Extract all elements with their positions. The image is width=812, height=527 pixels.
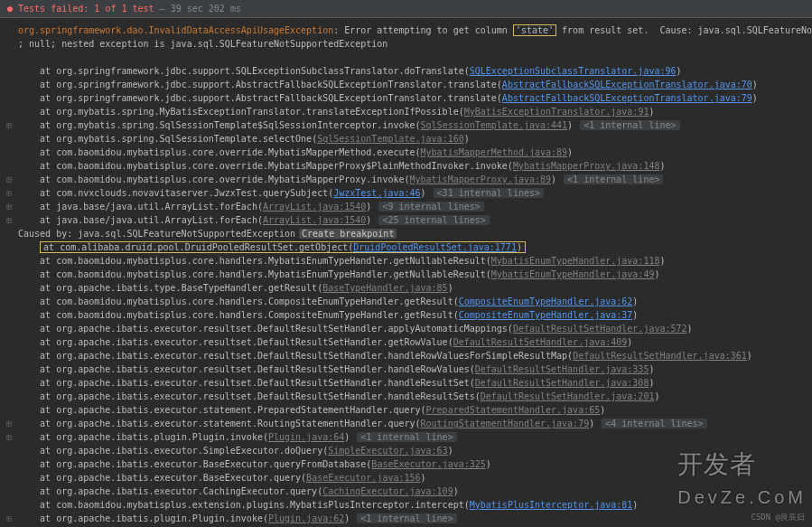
gutter-icon[interactable] <box>4 362 14 376</box>
gutter-icon[interactable] <box>4 295 14 308</box>
stack-frame: ⊞ at org.apache.ibatis.plugin.Plugin.inv… <box>4 430 808 444</box>
gutter-icon[interactable] <box>4 322 14 335</box>
internal-lines[interactable]: <1 internal line> <box>580 120 679 130</box>
source-link[interactable]: AbstractFallbackSQLExceptionTranslator.j… <box>502 93 752 103</box>
exception-line2: ; null; nested exception is java.sql.SQL… <box>4 37 808 51</box>
gutter-icon[interactable] <box>4 240 14 254</box>
source-link[interactable]: DefaultResultSetHandler.java:409 <box>453 337 628 347</box>
gutter-icon[interactable] <box>4 132 14 146</box>
source-link[interactable]: Plugin.java:62 <box>268 513 344 523</box>
source-link[interactable]: BaseTypeHandler.java:85 <box>322 283 447 293</box>
gutter-icon[interactable]: ⊞ <box>4 417 14 430</box>
internal-lines[interactable]: <25 internal lines> <box>378 215 489 225</box>
stack-frame: at com.baomidou.mybatisplus.core.handler… <box>4 254 808 268</box>
source-link[interactable]: DefaultResultSetHandler.java:335 <box>475 364 649 374</box>
gutter-icon[interactable] <box>4 471 14 485</box>
gutter-icon[interactable] <box>4 403 14 417</box>
gutter-icon[interactable] <box>4 24 14 37</box>
gutter-icon[interactable] <box>4 105 14 118</box>
source-link[interactable]: BaseExecutor.java:156 <box>306 473 420 483</box>
stack-frame: ⊞ at org.apache.ibatis.plugin.Plugin.inv… <box>4 512 808 525</box>
stack-frame: at org.apache.ibatis.executor.resultset.… <box>4 349 808 362</box>
gutter-icon[interactable] <box>4 254 14 268</box>
source-link[interactable]: MybatisEnumTypeHandler.java:49 <box>491 269 655 279</box>
stack-frame: ⊞ at org.mybatis.spring.SqlSessionTempla… <box>4 118 808 132</box>
stack-frame: at org.apache.ibatis.executor.resultset.… <box>4 322 808 335</box>
gutter-icon[interactable] <box>4 146 14 159</box>
source-link[interactable]: RoutingStatementHandler.java:79 <box>421 419 590 428</box>
test-fail-summary: Tests failed: 1 of 1 test – 39 sec 202 m… <box>18 2 241 15</box>
source-link[interactable]: Plugin.java:64 <box>268 432 344 442</box>
gutter-icon[interactable]: ⊞ <box>4 186 14 200</box>
stack-frame: at com.baomidou.mybatisplus.core.handler… <box>4 268 808 281</box>
stack-frame: ⊞ at com.baomidou.mybatisplus.core.overr… <box>4 173 808 186</box>
source-link[interactable]: MybatisEnumTypeHandler.java:118 <box>491 256 660 266</box>
source-link[interactable]: MybatisPlusInterceptor.java:81 <box>470 500 633 510</box>
source-link[interactable]: JwzxTest.java:46 <box>333 188 420 198</box>
source-link[interactable]: DefaultResultSetHandler.java:361 <box>573 351 747 361</box>
gutter-icon[interactable] <box>4 268 14 281</box>
watermark: 开发者 DevZe.CoM <box>677 446 807 511</box>
stack-frame: at org.mybatis.spring.SqlSessionTemplate… <box>4 132 808 146</box>
source-link[interactable]: CompositeEnumTypeHandler.java:62 <box>459 296 633 306</box>
source-link[interactable]: SqlSessionTemplate.java:160 <box>317 134 464 144</box>
source-link[interactable]: MybatisMapperProxy.java:148 <box>513 161 660 171</box>
source-link[interactable]: DefaultResultSetHandler.java:308 <box>475 378 649 388</box>
gutter-icon[interactable] <box>4 444 14 457</box>
source-link[interactable]: AbstractFallbackSQLExceptionTranslator.j… <box>502 80 752 89</box>
exception-line: org.springframework.dao.InvalidDataAcces… <box>4 24 808 37</box>
stack-frame: at com.baomidou.mybatisplus.core.overrid… <box>4 159 808 173</box>
stack-frame: at com.baomidou.mybatisplus.core.overrid… <box>4 146 808 159</box>
gutter-icon[interactable] <box>4 64 14 78</box>
source-link[interactable]: ArrayList.java:1540 <box>263 202 366 212</box>
internal-lines[interactable]: <1 internal line> <box>357 432 456 442</box>
stack-frame: at org.mybatis.spring.MyBatisExceptionTr… <box>4 105 808 118</box>
source-link[interactable]: SQLExceptionSubclassTranslator.java:96 <box>470 66 677 76</box>
source-link[interactable]: CompositeEnumTypeHandler.java:37 <box>459 310 633 320</box>
gutter-icon[interactable] <box>4 498 14 512</box>
gutter-icon[interactable] <box>4 227 14 240</box>
source-link[interactable]: CachingExecutor.java:109 <box>322 486 453 496</box>
source-link[interactable]: SqlSessionTemplate.java:441 <box>421 120 568 130</box>
gutter-icon[interactable] <box>4 37 14 51</box>
gutter-icon[interactable]: ⊞ <box>4 430 14 444</box>
gutter-icon[interactable] <box>4 281 14 295</box>
source-link[interactable]: PreparedStatementHandler.java:65 <box>426 405 601 415</box>
gutter-icon[interactable] <box>4 159 14 173</box>
gutter-icon[interactable]: ⊞ <box>4 200 14 213</box>
source-link[interactable]: MyBatisExceptionTranslator.java:91 <box>464 107 649 117</box>
gutter-icon[interactable] <box>4 457 14 471</box>
gutter-icon[interactable] <box>4 349 14 362</box>
source-link[interactable]: DefaultResultSetHandler.java:572 <box>513 324 687 334</box>
internal-lines[interactable]: <4 internal lines> <box>602 419 706 428</box>
source-link[interactable]: MybatisMapperMethod.java:89 <box>421 147 568 157</box>
test-status-header: ● Tests failed: 1 of 1 test – 39 sec 202… <box>0 0 812 18</box>
gutter-icon[interactable]: ⊞ <box>4 173 14 186</box>
internal-lines[interactable]: <31 internal lines> <box>434 188 544 198</box>
gutter-icon[interactable] <box>4 376 14 390</box>
source-link[interactable]: MybatisMapperProxy.java:89 <box>410 174 552 184</box>
source-link[interactable]: DefaultResultSetHandler.java:201 <box>481 391 655 401</box>
stack-frame: at org.apache.ibatis.executor.resultset.… <box>4 376 808 390</box>
internal-lines[interactable]: <9 internal lines> <box>378 202 483 212</box>
gutter-icon[interactable]: ⊞ <box>4 512 14 525</box>
gutter-icon[interactable] <box>4 91 14 105</box>
gutter-icon[interactable] <box>4 390 14 403</box>
gutter-icon[interactable] <box>4 51 14 64</box>
gutter-icon[interactable] <box>4 485 14 498</box>
gutter-icon[interactable] <box>4 335 14 349</box>
stack-frame: ⊞ at java.base/java.util.ArrayList.forEa… <box>4 200 808 213</box>
source-link[interactable]: DruidPooledResultSet.java:1771 <box>353 242 517 252</box>
gutter-icon[interactable] <box>4 308 14 322</box>
internal-lines[interactable]: <1 internal line> <box>357 513 456 523</box>
source-link[interactable]: BaseExecutor.java:325 <box>371 459 485 469</box>
stack-frame: at org.apache.ibatis.executor.statement.… <box>4 403 808 417</box>
source-link[interactable]: SimpleExecutor.java:63 <box>328 446 447 456</box>
gutter-icon[interactable]: ⊞ <box>4 213 14 227</box>
gutter-icon[interactable]: ⊞ <box>4 118 14 132</box>
gutter-icon[interactable] <box>4 78 14 91</box>
internal-lines[interactable]: <1 internal line> <box>564 174 663 184</box>
source-link[interactable]: ArrayList.java:1540 <box>263 215 366 225</box>
create-breakpoint[interactable]: Create breakpoint <box>299 229 397 239</box>
stack-frame: at org.apache.ibatis.executor.resultset.… <box>4 390 808 403</box>
